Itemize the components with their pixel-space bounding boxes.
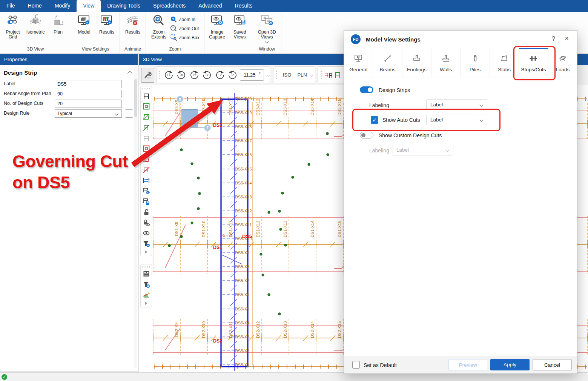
open-3d-views-button[interactable]: Open 3D Views bbox=[255, 12, 279, 43]
zoom-extents-button[interactable]: Zoom Extents bbox=[147, 12, 170, 40]
strip-outline-icon[interactable] bbox=[142, 91, 151, 101]
rotate-minus-x-button[interactable]: -X bbox=[176, 69, 187, 81]
preview-button[interactable]: Preview bbox=[448, 359, 487, 370]
cancel-button[interactable]: Cancel bbox=[533, 359, 572, 370]
app-logo: FD bbox=[351, 34, 361, 44]
svg-text:DS3-X13: DS3-X13 bbox=[283, 99, 287, 116]
tab-beams[interactable]: Beams bbox=[373, 48, 402, 77]
tab-modify[interactable]: Modify bbox=[48, 0, 77, 12]
results-view-settings-button[interactable]: Results bbox=[95, 12, 118, 35]
tab-loads[interactable]: Loads bbox=[548, 48, 577, 77]
rotate-plus-z-button[interactable]: +Z bbox=[214, 69, 226, 81]
svg-text:DS5-X7: DS5-X7 bbox=[235, 278, 250, 283]
colored-strip-label-icon[interactable] bbox=[333, 70, 342, 80]
scrollbar-thumb[interactable] bbox=[134, 79, 137, 117]
apply-button[interactable]: Apply bbox=[490, 359, 530, 370]
view-tools-button[interactable] bbox=[141, 68, 154, 83]
filter-equal-icon[interactable] bbox=[142, 279, 151, 290]
isometric-button[interactable]: YZX Isometric bbox=[24, 12, 47, 35]
strip-red-slash-icon[interactable] bbox=[142, 164, 151, 175]
svg-text:DS2-X15: DS2-X15 bbox=[337, 321, 342, 338]
image-capture-button[interactable]: Image Capture bbox=[206, 12, 229, 40]
tab-strips-cuts[interactable]: Strips/Cuts bbox=[519, 48, 548, 77]
toolbar-grip[interactable] bbox=[142, 88, 150, 89]
show-custom-cuts-toggle[interactable] bbox=[360, 132, 373, 138]
plan-view-button[interactable]: PLN bbox=[297, 72, 307, 78]
rotate-minus-y-button[interactable]: -Y bbox=[201, 69, 213, 81]
toolbar-expander-icon[interactable] bbox=[142, 249, 151, 255]
image-capture-icon bbox=[210, 14, 224, 29]
toolbar-grip[interactable] bbox=[159, 71, 160, 79]
tab-home[interactable]: Home bbox=[21, 0, 48, 12]
unlock-icon[interactable] bbox=[142, 207, 151, 217]
zoom-out-icon bbox=[170, 25, 177, 33]
tab-walls[interactable]: Walls bbox=[431, 48, 461, 77]
open-3d-views-chevron-icon[interactable] bbox=[265, 40, 269, 44]
rotate-plus-y-button[interactable]: +Y bbox=[189, 69, 200, 81]
set-as-default-checkbox[interactable] bbox=[352, 361, 360, 369]
results-settings-icon bbox=[100, 14, 114, 29]
close-icon[interactable]: × bbox=[565, 35, 569, 43]
lock-eye-icon[interactable] bbox=[142, 217, 151, 228]
show-auto-cuts-checkbox[interactable]: ✓ bbox=[371, 116, 378, 124]
tab-slabs[interactable]: Slabs bbox=[490, 48, 519, 77]
strip-label-arrows-icon[interactable] bbox=[324, 70, 333, 80]
tab-results[interactable]: Results bbox=[229, 0, 259, 12]
label-field[interactable]: DS5 bbox=[55, 80, 122, 88]
toolbar-grip[interactable] bbox=[142, 266, 150, 267]
tab-file[interactable]: File bbox=[0, 0, 21, 12]
spreadsheet-list-icon[interactable] bbox=[142, 269, 151, 279]
strip-red-polygon-icon[interactable] bbox=[142, 154, 151, 164]
angle-dropdown-icon[interactable] bbox=[267, 73, 270, 77]
zoom-out-button[interactable]: Zoom Out bbox=[170, 24, 203, 33]
tab-advanced[interactable]: Advanced bbox=[192, 0, 228, 12]
toolbar-grip[interactable] bbox=[321, 71, 322, 79]
strip-red-box-icon[interactable] bbox=[142, 143, 151, 154]
iso-view-button[interactable]: ISO bbox=[283, 72, 291, 78]
rotation-angle-input[interactable]: 11.25° bbox=[240, 69, 264, 81]
eye-icon[interactable] bbox=[142, 228, 151, 238]
dialog-title-bar[interactable]: FD Model View Settings ? × bbox=[344, 31, 577, 48]
auto-cuts-labeling-dropdown[interactable]: Label bbox=[427, 115, 487, 125]
rebar-angle-field[interactable]: 90 bbox=[55, 90, 122, 98]
project-grid-button[interactable]: Project Grid bbox=[2, 12, 24, 40]
design-rule-dropdown[interactable]: Typical bbox=[55, 109, 122, 118]
tab-footings[interactable]: Footings bbox=[402, 48, 431, 77]
toolbar-expander-icon[interactable] bbox=[142, 300, 151, 306]
help-button[interactable]: ? bbox=[552, 35, 555, 42]
plan-button[interactable]: XZ Plan bbox=[47, 12, 69, 35]
group-label-3d-view: 3D View bbox=[2, 46, 69, 53]
design-cuts-field[interactable]: 20 bbox=[55, 100, 122, 108]
filter-down-icon[interactable] bbox=[142, 238, 151, 249]
zoom-box-button[interactable]: Zoom Box bbox=[170, 33, 203, 42]
strip-green-box-icon[interactable] bbox=[142, 101, 151, 112]
tab-general[interactable]: General bbox=[344, 48, 373, 77]
animate-results-button[interactable]: Results bbox=[121, 12, 144, 35]
model-view-settings-button[interactable]: Model bbox=[73, 12, 95, 35]
saved-views-button[interactable]: Saved Views bbox=[229, 12, 251, 40]
results-settings-label: Results bbox=[99, 30, 114, 35]
zoom-in-button[interactable]: Zoom In bbox=[170, 15, 203, 24]
strip-save-icon[interactable] bbox=[142, 196, 151, 207]
tab-drawing-tools[interactable]: Drawing Tools bbox=[101, 0, 147, 12]
strip-settings-icon[interactable] bbox=[142, 186, 151, 196]
strip-green-polygon-icon[interactable] bbox=[142, 112, 151, 122]
strip-light-icon[interactable] bbox=[142, 133, 151, 143]
strip-green-slash-icon[interactable] bbox=[142, 122, 151, 133]
design-strip-ds5[interactable] bbox=[221, 93, 249, 371]
rotate-minus-z-button[interactable]: -Z bbox=[227, 69, 238, 81]
tab-view[interactable]: View bbox=[77, 0, 101, 12]
section-collapse-icon[interactable] bbox=[127, 71, 132, 76]
tab-spreadsheets[interactable]: Spreadsheets bbox=[147, 0, 192, 12]
zoom-in-icon bbox=[170, 16, 177, 24]
results-diagram-icon[interactable] bbox=[142, 290, 151, 300]
properties-scrollbar[interactable] bbox=[134, 66, 137, 368]
tab-piles[interactable]: Piles bbox=[461, 48, 490, 77]
strip-labeling-dropdown[interactable]: Label bbox=[427, 100, 487, 110]
view-preset-dropdown-icon[interactable] bbox=[309, 73, 313, 77]
rotate-plus-x-button[interactable]: +X bbox=[163, 69, 174, 81]
design-rule-more-button[interactable]: ... bbox=[125, 109, 133, 118]
toolbar-grip[interactable] bbox=[276, 71, 277, 79]
design-strips-toggle[interactable] bbox=[360, 86, 373, 93]
strip-width-arrows-icon[interactable] bbox=[142, 175, 151, 186]
